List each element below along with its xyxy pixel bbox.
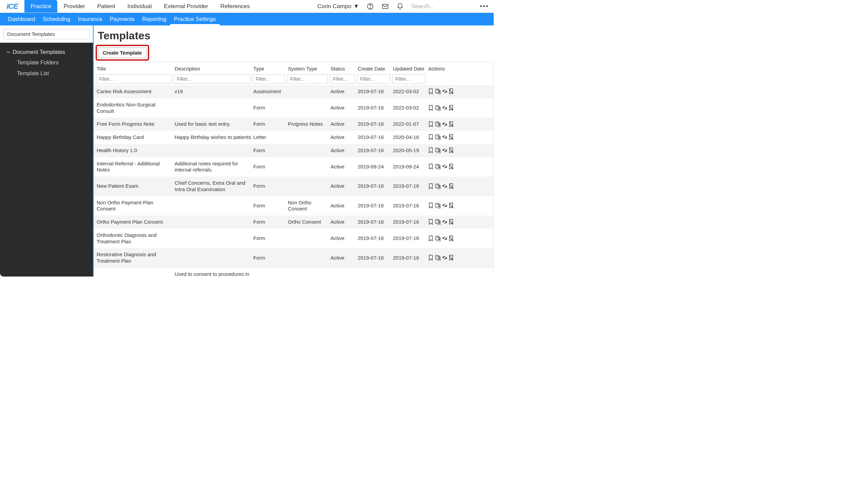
disable-icon[interactable] [449, 164, 454, 170]
disable-icon[interactable] [449, 255, 454, 261]
bookmark-icon[interactable] [428, 164, 434, 170]
col-type[interactable]: Type [253, 64, 287, 73]
copy-icon[interactable] [435, 219, 440, 225]
gear-icon[interactable] [442, 219, 447, 225]
gear-icon[interactable] [442, 164, 447, 170]
cell: 2022-03-02 [392, 104, 428, 112]
disable-icon[interactable] [449, 203, 454, 209]
user-menu[interactable]: Corin Campo ▼ [317, 3, 359, 10]
cell [287, 166, 330, 167]
col-description[interactable]: Description [174, 64, 253, 73]
sub-tab-insurance[interactable]: Insurance [74, 13, 106, 25]
bookmark-icon[interactable] [428, 255, 434, 261]
filter-type[interactable] [253, 74, 285, 84]
bookmark-icon[interactable] [428, 88, 434, 95]
copy-icon[interactable] [435, 147, 440, 154]
top-tab-individual[interactable]: Individual [121, 0, 158, 13]
copy-icon[interactable] [435, 88, 440, 95]
sidebar-header[interactable]: Document Templates [3, 29, 90, 39]
copy-icon[interactable] [435, 121, 440, 127]
disable-icon[interactable] [449, 236, 454, 242]
disable-icon[interactable] [449, 88, 454, 95]
col-updated-date[interactable]: Updated Date [392, 64, 428, 73]
copy-icon[interactable] [435, 164, 440, 170]
sub-tab-scheduling[interactable]: Scheduling [39, 13, 74, 25]
gear-icon[interactable] [442, 134, 447, 140]
cell [174, 107, 253, 109]
col-title[interactable]: Title [96, 64, 174, 73]
cell: Ortho Consent [287, 218, 330, 226]
actions-cell [428, 254, 489, 262]
gear-icon[interactable] [442, 183, 447, 189]
disable-icon[interactable] [449, 134, 454, 140]
copy-icon[interactable] [435, 105, 440, 111]
top-tab-patient[interactable]: Patient [91, 0, 121, 13]
sub-tab-reporting[interactable]: Reporting [138, 13, 170, 25]
col-actions[interactable]: Actions [428, 64, 489, 73]
sidebar-tree-root[interactable]: – Document Templates [0, 47, 93, 57]
sub-tab-payments[interactable]: Payments [106, 13, 138, 25]
gear-icon[interactable] [442, 105, 447, 111]
gear-icon[interactable] [442, 147, 447, 154]
disable-icon[interactable] [449, 105, 454, 111]
col-system-type[interactable]: System Type [287, 64, 330, 73]
gear-icon[interactable] [442, 121, 447, 127]
col-create-date[interactable]: Create Date [357, 64, 392, 73]
more-menu-icon[interactable]: ••• [480, 2, 489, 10]
cell: Active [330, 218, 357, 226]
filter-system-type[interactable] [287, 74, 328, 84]
bookmark-icon[interactable] [428, 183, 434, 189]
svg-rect-13 [436, 164, 439, 168]
disable-icon[interactable] [449, 147, 454, 154]
cell: 2022-03-02 [392, 88, 428, 96]
filter-description[interactable] [174, 74, 251, 84]
search-input[interactable]: Search... [411, 3, 472, 10]
cell: Endodontics Non-Surgical Consult [96, 101, 174, 115]
cell: 2019-07-16 [357, 202, 392, 210]
filter-create-date[interactable] [357, 74, 390, 84]
bookmark-icon[interactable] [428, 236, 434, 242]
filter-status[interactable] [330, 74, 355, 84]
bookmark-icon[interactable] [428, 121, 434, 127]
top-tab-external-provider[interactable]: External Provider [158, 0, 214, 13]
copy-icon[interactable] [435, 203, 440, 209]
gear-icon[interactable] [442, 255, 447, 261]
sidebar-item-template-list[interactable]: Template List [0, 68, 93, 79]
cell: Letter [253, 134, 287, 141]
app-logo: ICE [0, 0, 24, 13]
bookmark-icon[interactable] [428, 134, 434, 140]
bookmark-icon[interactable] [428, 147, 434, 154]
table-row: Caries Risk Assessmentv19AssessmentActiv… [94, 85, 493, 98]
cell: 2019-07-16 [357, 254, 392, 262]
sub-tab-dashboard[interactable]: Dashboard [4, 13, 39, 25]
gear-icon[interactable] [442, 236, 447, 242]
sidebar-item-template-folders[interactable]: Template Folders [0, 57, 93, 68]
svg-rect-11 [436, 148, 439, 152]
cell: 2019-07-16 [357, 134, 392, 141]
create-template-button[interactable]: Create Template [98, 47, 146, 58]
col-status[interactable]: Status [330, 64, 357, 73]
copy-icon[interactable] [435, 236, 440, 242]
copy-icon[interactable] [435, 134, 440, 140]
bell-icon[interactable] [396, 3, 404, 10]
top-tab-references[interactable]: References [214, 0, 256, 13]
filter-title[interactable] [96, 74, 172, 84]
top-tab-practice[interactable]: Practice [24, 0, 57, 13]
bookmark-icon[interactable] [428, 105, 434, 111]
copy-icon[interactable] [435, 255, 440, 261]
filter-updated-date[interactable] [392, 74, 426, 84]
top-tab-provider[interactable]: Provider [57, 0, 91, 13]
bookmark-icon[interactable] [428, 219, 434, 225]
gear-icon[interactable] [442, 88, 447, 95]
cell: 2019-09-24 [357, 163, 392, 171]
svg-rect-7 [436, 122, 439, 126]
mail-icon[interactable] [381, 3, 389, 10]
gear-icon[interactable] [442, 203, 447, 209]
disable-icon[interactable] [449, 219, 454, 225]
copy-icon[interactable] [435, 183, 440, 189]
sub-tab-practice-settings[interactable]: Practice Settings [170, 13, 220, 25]
bookmark-icon[interactable] [428, 203, 434, 209]
disable-icon[interactable] [449, 183, 454, 189]
help-icon[interactable] [367, 3, 374, 10]
disable-icon[interactable] [449, 121, 454, 127]
